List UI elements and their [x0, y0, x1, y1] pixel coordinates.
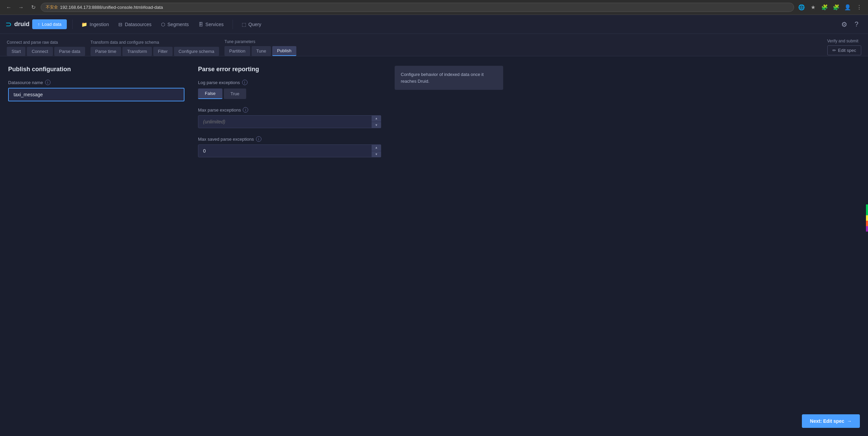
- nav-segments[interactable]: ⬡ Segments: [156, 19, 194, 29]
- publish-config-title: Publish configuration: [8, 66, 184, 73]
- load-data-label: Load data: [42, 22, 62, 27]
- step-configure-schema[interactable]: Configure schema: [174, 47, 219, 56]
- right-bar-green-2: [866, 210, 868, 215]
- info-panel-text: Configure behavior of indexed data once …: [401, 72, 484, 84]
- max-exceptions-label: Max parse exceptions i: [198, 107, 381, 113]
- nav-datasources[interactable]: ⊟ Datasources: [114, 19, 156, 29]
- load-data-button[interactable]: ↑ Load data: [32, 19, 67, 29]
- nav-query[interactable]: ⬚ Query: [237, 19, 266, 29]
- profile-icon[interactable]: 👤: [843, 3, 852, 12]
- wizard-section-3-title: Tune parameters: [224, 39, 296, 44]
- wizard-steps-1: Start Connect Parse data: [7, 47, 85, 56]
- step-publish[interactable]: Publish: [272, 46, 296, 56]
- nav-services[interactable]: 🗄 Services: [194, 19, 229, 29]
- settings-button[interactable]: ⚙: [838, 18, 850, 31]
- nav-separator-2: [233, 20, 233, 29]
- max-exceptions-input[interactable]: [198, 115, 381, 128]
- logo-area: ⊃ druid: [5, 20, 29, 29]
- datasources-icon: ⊟: [118, 22, 122, 27]
- edit-spec-icon: ✏: [832, 48, 836, 53]
- load-data-icon: ↑: [38, 22, 40, 27]
- max-exceptions-info-icon[interactable]: i: [243, 107, 248, 113]
- max-exceptions-spinner: ▲ ▼: [372, 115, 381, 128]
- toggle-true-button[interactable]: True: [224, 88, 246, 99]
- next-btn-arrow-icon: →: [847, 418, 852, 424]
- toggle-false-button[interactable]: False: [198, 88, 222, 99]
- step-tune[interactable]: Tune: [252, 46, 271, 56]
- puzzle-icon[interactable]: 🧩: [831, 3, 841, 12]
- security-warning: 不安全: [46, 4, 58, 10]
- max-exceptions-section: Max parse exceptions i ▲ ▼: [198, 107, 381, 128]
- publish-config-panel: Publish configuration Datasource name i: [8, 66, 184, 157]
- services-label: Services: [205, 22, 224, 27]
- log-exceptions-toggle-group: False True: [198, 88, 381, 99]
- right-bar-orange: [866, 221, 868, 226]
- max-saved-section: Max saved parse exceptions i ▲ ▼: [198, 136, 381, 157]
- segments-label: Segments: [167, 22, 189, 27]
- step-filter[interactable]: Filter: [153, 47, 173, 56]
- wizard-section-transform: Transform data and configure schema Pars…: [91, 40, 219, 56]
- step-start[interactable]: Start: [7, 47, 25, 56]
- main-content: Publish configuration Datasource name i …: [0, 56, 868, 167]
- step-partition[interactable]: Partition: [224, 46, 250, 56]
- wizard-bar: Connect and parse raw data Start Connect…: [0, 34, 868, 56]
- step-parse-time[interactable]: Parse time: [91, 47, 121, 56]
- query-icon: ⬚: [242, 22, 246, 27]
- wizard-section-connect: Connect and parse raw data Start Connect…: [7, 40, 85, 56]
- max-saved-decrement[interactable]: ▼: [372, 151, 381, 158]
- top-nav: ⊃ druid ↑ Load data 📁 Ingestion ⊟ Dataso…: [0, 15, 868, 34]
- next-btn-container: Next: Edit spec →: [802, 414, 860, 428]
- step-parse-data[interactable]: Parse data: [54, 47, 85, 56]
- datasource-name-input[interactable]: [8, 88, 184, 101]
- parse-error-panel: Parse error reporting Log parse exceptio…: [198, 66, 381, 157]
- druid-logo-icon: ⊃: [5, 20, 12, 29]
- right-bar-purple: [866, 226, 868, 232]
- nav-separator: [72, 20, 73, 29]
- parse-error-title: Parse error reporting: [198, 66, 381, 73]
- max-exceptions-decrement[interactable]: ▼: [372, 122, 381, 128]
- max-saved-info-icon[interactable]: i: [256, 136, 261, 142]
- wizard-section-2-title: Transform data and configure schema: [91, 40, 219, 45]
- right-bar-green-1: [866, 204, 868, 210]
- max-exceptions-increment[interactable]: ▲: [372, 115, 381, 122]
- wizard-section-verify: Verify and submit ✏ Edit spec: [827, 39, 861, 56]
- wizard-row: Connect and parse raw data Start Connect…: [7, 39, 861, 56]
- wizard-steps-2: Parse time Transform Filter Configure sc…: [91, 47, 219, 56]
- max-exceptions-input-wrapper: ▲ ▼: [198, 115, 381, 128]
- address-bar[interactable]: 不安全 192.168.64.173:8888/unified-console.…: [41, 3, 794, 12]
- info-panel: Configure behavior of indexed data once …: [395, 66, 503, 90]
- browser-chrome: ← → ↻ 不安全 192.168.64.173:8888/unified-co…: [0, 0, 868, 15]
- step-transform[interactable]: Transform: [122, 47, 152, 56]
- edit-spec-button[interactable]: ✏ Edit spec: [827, 45, 861, 55]
- datasources-label: Datasources: [125, 22, 152, 27]
- help-button[interactable]: ?: [850, 18, 863, 31]
- right-bar: [866, 204, 868, 232]
- browser-back-button[interactable]: ←: [4, 3, 14, 12]
- extensions-icon[interactable]: 🧩: [820, 3, 829, 12]
- datasource-name-info-icon[interactable]: i: [45, 80, 51, 85]
- wizard-section-4-title: Verify and submit: [827, 39, 861, 43]
- log-exceptions-label: Log parse exceptions i: [198, 80, 381, 85]
- bookmark-icon[interactable]: ★: [808, 3, 818, 12]
- edit-spec-label: Edit spec: [838, 48, 856, 53]
- browser-reload-button[interactable]: ↻: [28, 3, 38, 12]
- max-saved-label: Max saved parse exceptions i: [198, 136, 381, 142]
- max-saved-input[interactable]: [198, 144, 381, 157]
- wizard-steps-3: Partition Tune Publish: [224, 46, 296, 56]
- right-bar-yellow: [866, 215, 868, 221]
- wizard-section-tune: Tune parameters Partition Tune Publish: [224, 39, 296, 56]
- address-text: 192.168.64.173:8888/unified-console.html…: [60, 5, 163, 10]
- translate-icon[interactable]: 🌐: [797, 3, 806, 12]
- nav-ingestion[interactable]: 📁 Ingestion: [77, 19, 114, 29]
- step-connect[interactable]: Connect: [27, 47, 53, 56]
- next-edit-spec-button[interactable]: Next: Edit spec →: [802, 414, 860, 428]
- ingestion-icon: 📁: [81, 22, 87, 27]
- ingestion-label: Ingestion: [90, 22, 109, 27]
- max-saved-increment[interactable]: ▲: [372, 144, 381, 151]
- menu-icon[interactable]: ⋮: [854, 3, 864, 12]
- log-exceptions-info-icon[interactable]: i: [242, 80, 248, 85]
- services-icon: 🗄: [198, 22, 203, 27]
- browser-icons: 🌐 ★ 🧩 🧩 👤 ⋮: [797, 3, 864, 12]
- query-label: Query: [249, 22, 261, 27]
- browser-forward-button[interactable]: →: [16, 3, 26, 12]
